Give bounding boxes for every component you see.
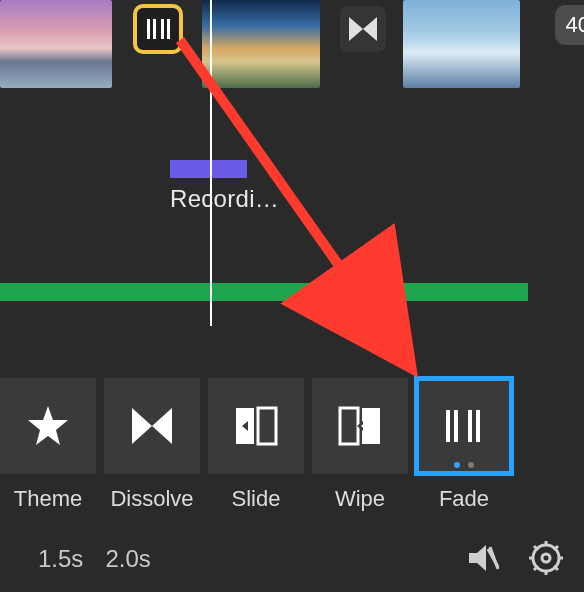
corner-badge: 40 xyxy=(555,5,584,45)
svg-rect-19 xyxy=(476,410,480,442)
timeline[interactable]: Recordi… xyxy=(0,0,584,260)
clip-1[interactable] xyxy=(0,0,112,88)
mute-icon[interactable] xyxy=(466,541,500,579)
duration-1[interactable]: 1.5s xyxy=(38,545,83,573)
svg-marker-4 xyxy=(349,17,363,41)
label-dissolve: Dissolve xyxy=(104,486,200,512)
svg-rect-3 xyxy=(167,19,170,39)
svg-rect-0 xyxy=(147,19,150,39)
editor-screen: Recordi… 40 xyxy=(0,0,584,592)
transition-dissolve[interactable] xyxy=(104,378,200,474)
gear-icon[interactable] xyxy=(528,540,564,580)
duration-options: 1.5s 2.0s xyxy=(38,545,151,573)
svg-point-25 xyxy=(542,554,550,562)
fade-icon xyxy=(144,15,172,43)
svg-marker-8 xyxy=(152,408,172,444)
svg-marker-6 xyxy=(28,406,68,445)
transition-wipe[interactable] xyxy=(312,378,408,474)
music-track[interactable] xyxy=(0,283,528,301)
label-fade: Fade xyxy=(416,486,512,512)
fade-icon xyxy=(440,406,488,446)
clip-3[interactable] xyxy=(403,0,520,88)
label-slide: Slide xyxy=(208,486,304,512)
svg-rect-16 xyxy=(446,410,450,442)
svg-rect-1 xyxy=(153,19,156,39)
slide-icon xyxy=(234,406,278,446)
svg-rect-17 xyxy=(454,410,458,442)
label-theme: Theme xyxy=(0,486,96,512)
duration-2[interactable]: 2.0s xyxy=(105,545,150,573)
svg-marker-20 xyxy=(469,545,486,571)
transition-theme[interactable] xyxy=(0,378,96,474)
transition-thumb-2[interactable] xyxy=(340,6,386,52)
audio-clip-label: Recordi… xyxy=(170,185,279,213)
page-dots xyxy=(416,462,512,468)
star-icon xyxy=(26,404,70,448)
playhead[interactable] xyxy=(210,0,212,326)
wipe-icon xyxy=(338,406,382,446)
svg-line-23 xyxy=(490,547,498,569)
svg-marker-5 xyxy=(363,17,377,41)
audio-clip[interactable] xyxy=(170,160,247,178)
svg-marker-7 xyxy=(132,408,152,444)
transition-fade[interactable] xyxy=(416,378,512,474)
transition-picker xyxy=(0,378,584,474)
label-wipe: Wipe xyxy=(312,486,408,512)
transition-labels: Theme Dissolve Slide Wipe Fade xyxy=(0,486,512,512)
transition-slide[interactable] xyxy=(208,378,304,474)
dissolve-icon xyxy=(130,406,174,446)
clip-2[interactable] xyxy=(202,0,320,88)
svg-rect-2 xyxy=(161,19,164,39)
dissolve-icon xyxy=(347,15,379,43)
svg-rect-12 xyxy=(340,408,358,444)
transition-thumb-1[interactable] xyxy=(135,6,181,52)
svg-rect-10 xyxy=(258,408,276,444)
svg-rect-18 xyxy=(468,410,472,442)
